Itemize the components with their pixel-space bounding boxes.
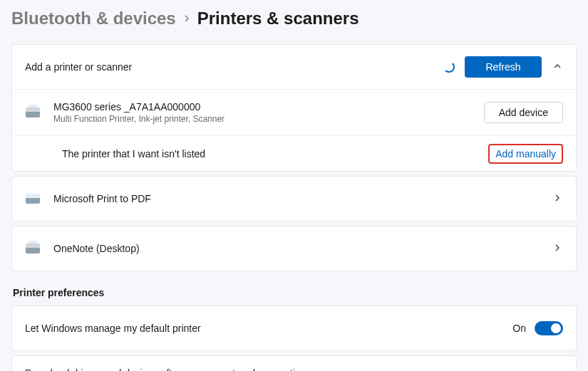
pref-default-printer-row: Let Windows manage my default printer On bbox=[11, 305, 577, 351]
breadcrumb: Bluetooth & devices Printers & scanners bbox=[11, 9, 577, 28]
printer-icon bbox=[26, 108, 40, 117]
printer-icon bbox=[26, 244, 40, 254]
breadcrumb-parent[interactable]: Bluetooth & devices bbox=[11, 9, 176, 28]
printer-preferences-heading: Printer preferences bbox=[13, 287, 577, 298]
device-row[interactable]: Microsoft Print to PDF bbox=[11, 176, 577, 221]
pref-metered-row: Download drivers and device software ove… bbox=[11, 355, 577, 371]
printer-icon bbox=[26, 194, 40, 204]
refresh-button[interactable]: Refresh bbox=[465, 56, 542, 78]
found-device-name: MG3600 series _A7A1AA000000 bbox=[53, 101, 225, 113]
device-name: Microsoft Print to PDF bbox=[53, 193, 151, 204]
found-device-row: MG3600 series _A7A1AA000000 Multi Functi… bbox=[12, 89, 576, 135]
not-listed-label: The printer that I want isn't listed bbox=[62, 148, 205, 160]
chevron-right-icon bbox=[552, 193, 563, 204]
breadcrumb-current: Printers & scanners bbox=[197, 9, 359, 28]
device-name: OneNote (Desktop) bbox=[53, 243, 140, 254]
add-device-button[interactable]: Add device bbox=[484, 102, 563, 123]
not-listed-row: The printer that I want isn't listed Add… bbox=[12, 135, 576, 171]
chevron-right-icon bbox=[183, 13, 190, 24]
toggle-state-text: On bbox=[512, 323, 526, 334]
loading-spinner-icon bbox=[443, 61, 455, 73]
device-row[interactable]: OneNote (Desktop) bbox=[11, 226, 577, 271]
add-printer-panel: Add a printer or scanner Refresh MG3600 … bbox=[11, 44, 577, 172]
pref-default-printer-label: Let Windows manage my default printer bbox=[25, 323, 201, 334]
default-printer-toggle[interactable] bbox=[535, 321, 563, 335]
chevron-right-icon bbox=[552, 243, 563, 254]
add-manually-button[interactable]: Add manually bbox=[488, 144, 563, 164]
pref-metered-label: Download drivers and device software ove… bbox=[25, 367, 311, 371]
add-printer-title: Add a printer or scanner bbox=[25, 61, 132, 73]
chevron-up-icon[interactable] bbox=[552, 61, 563, 73]
found-device-description: Multi Function Printer, Ink-jet printer,… bbox=[53, 114, 225, 124]
add-printer-header: Add a printer or scanner Refresh bbox=[12, 45, 576, 89]
